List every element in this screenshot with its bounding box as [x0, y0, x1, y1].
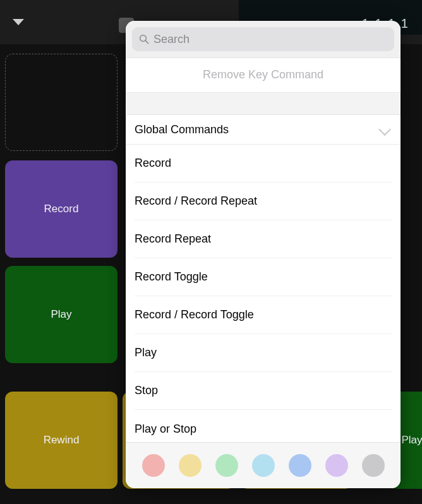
command-label: Stop: [135, 384, 158, 397]
remove-key-command-button[interactable]: Remove Key Command: [126, 58, 401, 93]
empty-pad-slot[interactable]: [5, 54, 118, 151]
color-swatch-cyan[interactable]: [252, 454, 275, 477]
color-swatch-gray[interactable]: [362, 454, 385, 477]
color-swatch-green[interactable]: [215, 454, 238, 477]
section-header-global-commands[interactable]: Global Commands: [126, 115, 401, 145]
command-item-record-toggle[interactable]: Record Toggle: [135, 258, 392, 296]
command-item-play[interactable]: Play: [135, 334, 392, 372]
section-spacer: [126, 93, 401, 115]
command-item-record-repeat[interactable]: Record Repeat: [135, 220, 392, 258]
command-item-play-or-stop[interactable]: Play or Stop: [135, 410, 392, 442]
command-list: Record Record / Record Repeat Record Rep…: [126, 145, 401, 442]
command-item-record-record-toggle[interactable]: Record / Record Toggle: [135, 296, 392, 334]
command-label: Play: [135, 346, 157, 359]
search-icon: [138, 33, 150, 45]
command-label: Play or Stop: [135, 423, 196, 436]
command-item-stop[interactable]: Stop: [135, 372, 392, 410]
color-swatch-purple[interactable]: [325, 454, 348, 477]
color-swatch-row: [126, 442, 401, 488]
svg-line-1: [145, 40, 148, 43]
color-swatch-yellow[interactable]: [179, 454, 202, 477]
pad-label: Play: [51, 308, 71, 321]
pad-label: Record: [44, 203, 79, 215]
search-input[interactable]: [154, 33, 388, 46]
search-bar: [126, 21, 401, 58]
command-label: Record: [135, 157, 171, 170]
dropdown-triangle-icon[interactable]: [13, 19, 24, 25]
color-swatch-blue[interactable]: [289, 454, 311, 477]
color-swatch-red[interactable]: [142, 454, 165, 477]
command-item-record-record-repeat[interactable]: Record / Record Repeat: [135, 183, 392, 220]
search-field[interactable]: [132, 27, 394, 51]
command-label: Record / Record Toggle: [135, 308, 254, 321]
pad-play[interactable]: Play: [5, 266, 118, 363]
command-item-record[interactable]: Record: [135, 145, 392, 183]
section-title: Global Commands: [135, 123, 229, 136]
command-label: Record Toggle: [135, 270, 208, 284]
pad-label: Rewind: [44, 434, 80, 447]
command-label: Record Repeat: [135, 232, 211, 246]
remove-key-command-label: Remove Key Command: [203, 68, 323, 81]
pad-rewind[interactable]: Rewind: [5, 392, 118, 489]
pad-record[interactable]: Record: [5, 160, 118, 258]
key-command-popover: Remove Key Command Global Commands Recor…: [126, 21, 401, 488]
chevron-down-icon: [378, 123, 391, 136]
pad-label: Play: [401, 434, 422, 447]
command-label: Record / Record Repeat: [135, 195, 257, 208]
